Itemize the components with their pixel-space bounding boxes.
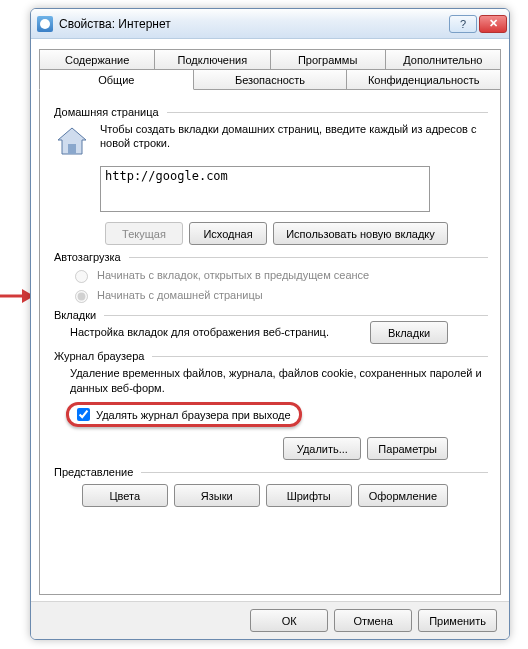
home-icon <box>52 122 92 162</box>
accessibility-button[interactable]: Оформление <box>358 484 448 507</box>
window-title: Свойства: Интернет <box>59 17 171 31</box>
dialog-content: Содержание Подключения Программы Дополни… <box>39 49 501 597</box>
dialog-footer: ОК Отмена Применить <box>31 601 509 639</box>
tab-connections[interactable]: Подключения <box>154 49 270 70</box>
fonts-button[interactable]: Шрифты <box>266 484 352 507</box>
colors-button[interactable]: Цвета <box>82 484 168 507</box>
cancel-button[interactable]: Отмена <box>334 609 412 632</box>
homepage-hint: Чтобы создать вкладки домашних страниц, … <box>100 122 488 150</box>
highlight-delete-on-exit: Удалять журнал браузера при выходе <box>66 402 302 427</box>
tabs-desc: Настройка вкладок для отображения веб-ст… <box>70 325 370 340</box>
tab-row-2: Общие Безопасность Конфиденциальность <box>39 69 501 90</box>
group-history-label: Журнал браузера <box>52 350 146 362</box>
history-params-button[interactable]: Параметры <box>367 437 448 460</box>
dialog-window: Свойства: Интернет ? ✕ Содержание Подклю… <box>30 8 510 640</box>
history-desc: Удаление временных файлов, журнала, файл… <box>70 366 488 396</box>
homepage-default-button[interactable]: Исходная <box>189 222 267 245</box>
tab-security[interactable]: Безопасность <box>193 69 348 90</box>
close-button[interactable]: ✕ <box>479 15 507 33</box>
annotation-arrow <box>0 286 34 306</box>
group-appearance-label: Представление <box>52 466 135 478</box>
homepage-current-button[interactable]: Текущая <box>105 222 183 245</box>
startup-radio-tabs[interactable] <box>75 270 88 283</box>
group-homepage-label: Домашняя страница <box>52 106 161 118</box>
startup-radio-home[interactable] <box>75 290 88 303</box>
titlebar: Свойства: Интернет ? ✕ <box>31 9 509 39</box>
homepage-url-input[interactable] <box>100 166 430 212</box>
homepage-newtab-button[interactable]: Использовать новую вкладку <box>273 222 448 245</box>
svg-rect-3 <box>68 144 76 154</box>
apply-button[interactable]: Применить <box>418 609 497 632</box>
languages-button[interactable]: Языки <box>174 484 260 507</box>
tab-general[interactable]: Общие <box>39 69 194 90</box>
help-button[interactable]: ? <box>449 15 477 33</box>
group-startup-label: Автозагрузка <box>52 251 123 263</box>
group-tabs-label: Вкладки <box>52 309 98 321</box>
tab-programs[interactable]: Программы <box>270 49 386 70</box>
history-delete-button[interactable]: Удалить... <box>283 437 361 460</box>
internet-options-icon <box>37 16 53 32</box>
ok-button[interactable]: ОК <box>250 609 328 632</box>
tabs-settings-button[interactable]: Вкладки <box>370 321 448 344</box>
general-panel: Домашняя страница Чтобы создать вкладки … <box>39 89 501 595</box>
delete-history-on-exit-checkbox[interactable] <box>77 408 90 421</box>
tab-row-1: Содержание Подключения Программы Дополни… <box>39 49 501 70</box>
startup-option-tabs[interactable]: Начинать с вкладок, открытых в предыдуще… <box>70 267 488 283</box>
tab-privacy[interactable]: Конфиденциальность <box>346 69 501 90</box>
startup-option-home[interactable]: Начинать с домашней страницы <box>70 287 488 303</box>
tab-content[interactable]: Содержание <box>39 49 155 70</box>
delete-history-on-exit-label: Удалять журнал браузера при выходе <box>96 409 291 421</box>
tab-advanced[interactable]: Дополнительно <box>385 49 501 70</box>
